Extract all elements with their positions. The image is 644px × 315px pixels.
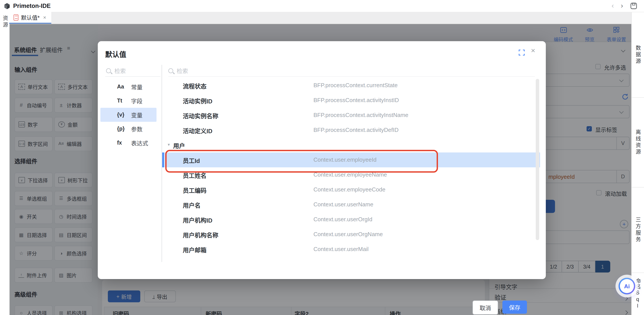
- ai-assistant-button[interactable]: Ai: [618, 278, 635, 295]
- cancel-button[interactable]: 取消: [472, 301, 498, 315]
- variable-value: BFP.processContext.currentState: [314, 82, 398, 88]
- variable-row[interactable]: 用户名Context.user.userName: [162, 197, 540, 212]
- category-parameter[interactable]: {p}参数: [100, 122, 156, 136]
- document-tab-label: 默认值*: [21, 13, 40, 21]
- variable-label: 活动实例ID: [183, 96, 212, 105]
- right-rail: 数据源 离线资源 三方服务 命名Sql: [631, 12, 644, 315]
- save-button[interactable]: 保存: [502, 301, 527, 314]
- variable-value: BFP.processContext.activityInstName: [314, 112, 408, 118]
- variable-value: Context.user.userOrgName: [314, 231, 383, 238]
- variable-search-input[interactable]: 检索: [168, 67, 188, 75]
- title-bar: Primeton-IDE ‹ ›: [0, 0, 644, 12]
- variable-value: Context.user.userMail: [314, 246, 368, 252]
- variable-row[interactable]: 员工姓名Context.user.employeeName: [162, 167, 540, 182]
- category-prefix: Aa: [117, 84, 127, 90]
- variable-label: 员工编码: [183, 186, 206, 195]
- variable-row[interactable]: 活动实例IDBFP.processContext.activityInstID: [162, 93, 540, 108]
- document-tab-active[interactable]: 默认值* ×: [9, 12, 51, 23]
- variable-label: 活动定义ID: [183, 126, 212, 135]
- category-label: 字段: [131, 97, 142, 105]
- rail-tab-label: 离线资源: [634, 129, 642, 155]
- category-label: 常量: [131, 83, 142, 91]
- variable-value: Context.user.employeeName: [314, 171, 387, 178]
- triangle-down-icon: ▼: [167, 143, 170, 147]
- category-label: 表达式: [131, 139, 148, 147]
- search-underline: [168, 76, 535, 77]
- variable-label: 用户名: [183, 201, 200, 209]
- variable-value: BFP.processContext.activityInstID: [314, 97, 399, 103]
- list-scrollbar[interactable]: [536, 79, 539, 240]
- rail-tab-offline-resources[interactable]: 离线资源: [632, 97, 644, 187]
- nav-forward-icon[interactable]: ›: [621, 2, 623, 9]
- variable-row[interactable]: 员工编码Context.user.employeeCode: [162, 182, 540, 197]
- category-search-input[interactable]: 检索: [106, 67, 126, 75]
- variable-row[interactable]: 活动定义IDBFP.processContext.activityDefID: [162, 123, 540, 138]
- close-icon[interactable]: ×: [531, 46, 535, 55]
- nav-back-icon[interactable]: ‹: [612, 2, 614, 9]
- category-field[interactable]: Tt字段: [100, 94, 156, 108]
- variable-label: 员工姓名: [183, 171, 206, 180]
- category-prefix: Tt: [117, 98, 127, 104]
- variable-label: 用户机构名称: [183, 231, 218, 239]
- rail-tab-label: 数据源: [634, 45, 642, 65]
- app-title: Primeton-IDE: [13, 3, 51, 9]
- category-label: 变量: [131, 111, 142, 119]
- search-placeholder: 检索: [114, 67, 126, 75]
- modal-title: 默认值: [105, 49, 126, 59]
- active-tab-indicator: [9, 22, 51, 24]
- rail-tab-data-source[interactable]: 数据源: [632, 12, 644, 97]
- variable-label: 用户机构ID: [183, 216, 212, 224]
- rail-tab-third-party-services[interactable]: 三方服务: [632, 187, 644, 273]
- variable-row[interactable]: 用户机构IDContext.user.userOrgId: [162, 212, 540, 227]
- category-prefix: fx: [117, 140, 127, 146]
- variable-group-user[interactable]: ▼ 用户: [162, 138, 540, 152]
- variable-row[interactable]: 活动实例名称BFP.processContext.activityInstNam…: [162, 108, 540, 123]
- rail-tab-named-sql[interactable]: 命名Sql: [632, 273, 644, 315]
- variable-row[interactable]: 流程状态BFP.processContext.currentState: [162, 78, 540, 93]
- variable-value: Context.user.userName: [314, 201, 373, 208]
- document-tab-strip: [0, 12, 644, 24]
- search-placeholder: 检索: [177, 67, 188, 75]
- rail-tab-label: 命名Sql: [634, 278, 642, 309]
- app-logo-icon: [4, 2, 10, 9]
- variable-label: 活动实例名称: [183, 111, 218, 120]
- default-value-modal: 默认值 × 检索 Aa常量 Tt字段 {v}变量 {p}参数 fx表达式 检索 …: [98, 41, 546, 279]
- variable-label: 员工Id: [183, 156, 200, 165]
- selected-row-accent-bar: [162, 152, 164, 167]
- category-prefix: {v}: [117, 112, 127, 118]
- fullscreen-icon[interactable]: [518, 49, 525, 57]
- variable-value: BFP.processContext.activityDefID: [314, 127, 398, 133]
- group-label: 用户: [173, 141, 185, 150]
- variable-row-selected[interactable]: 员工Id Context.user.employeeId: [162, 152, 540, 167]
- variable-value: Context.user.employeeCode: [314, 186, 385, 193]
- close-tab-icon[interactable]: ×: [43, 14, 46, 20]
- rail-tab-label: 三方服务: [634, 217, 642, 243]
- variable-value: Context.user.employeeId: [314, 156, 376, 163]
- category-constant[interactable]: Aa常量: [100, 80, 156, 94]
- ai-label: Ai: [624, 283, 630, 289]
- category-expression[interactable]: fx表达式: [100, 136, 156, 150]
- save-icon[interactable]: [630, 3, 637, 11]
- variable-label: 用户邮箱: [183, 245, 206, 254]
- variable-value: Context.user.userOrgId: [314, 216, 372, 223]
- category-prefix: {p}: [117, 126, 127, 132]
- left-rail: 资源: [0, 12, 10, 315]
- category-variable-selected[interactable]: {v}变量: [100, 108, 156, 122]
- variable-label: 流程状态: [183, 81, 206, 90]
- variable-row[interactable]: 用户机构名称Context.user.userOrgName: [162, 227, 540, 242]
- rail-tab-resources[interactable]: 资源: [1, 15, 9, 28]
- category-label: 参数: [131, 125, 142, 133]
- search-icon: [106, 68, 111, 73]
- app-root: 低开表单 默认视图 + 编码模式 预览 表单设置 +新增 ↓导出 旧密码 新密码…: [0, 0, 644, 315]
- variable-row[interactable]: 用户邮箱Context.user.userMail: [162, 242, 540, 257]
- search-underline: [105, 76, 160, 77]
- document-icon: [14, 14, 18, 20]
- search-icon: [168, 68, 173, 73]
